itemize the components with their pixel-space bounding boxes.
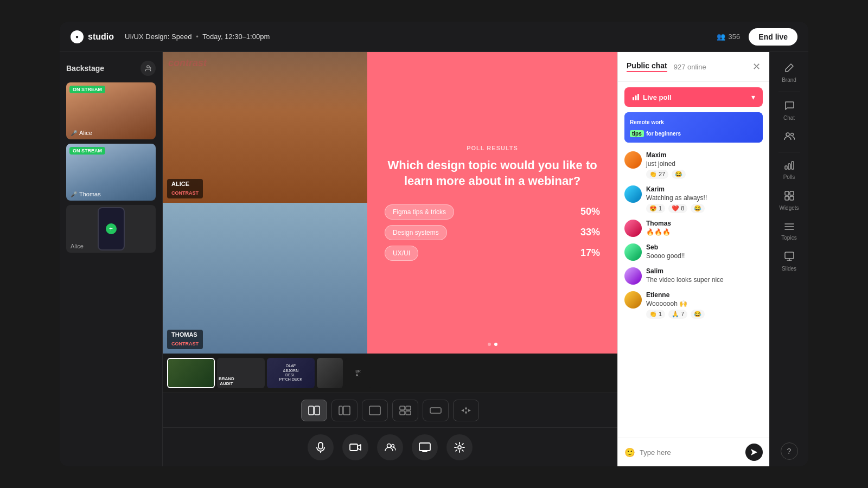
reaction-clap-etienne[interactable]: 👏 1 xyxy=(646,310,665,319)
send-button[interactable] xyxy=(745,444,763,461)
chat-message-seb: Seb Soooo good!! xyxy=(624,243,763,261)
nav-item-topics[interactable]: Topics xyxy=(774,217,805,245)
svg-point-26 xyxy=(790,133,793,136)
reaction-laugh-etienne[interactable]: 😂 xyxy=(691,310,705,319)
live-poll-label: Live poll xyxy=(632,93,672,101)
svg-rect-27 xyxy=(785,166,787,169)
svg-rect-11 xyxy=(406,411,411,415)
poll-chevron-icon: ▾ xyxy=(751,93,755,101)
viewers-icon: 👥 xyxy=(717,33,725,41)
mic-button[interactable] xyxy=(308,434,334,460)
thumb-1[interactable] xyxy=(167,358,215,388)
layout-single-button[interactable] xyxy=(362,400,388,421)
reaction-laugh-karim[interactable]: 😂 xyxy=(691,204,705,213)
stage-thumbnails: BRANDAUDIT OLAF&BJÖRNDESI..PITCH DECK BR… xyxy=(163,354,617,393)
thomas-sub: CONTRAST xyxy=(171,341,199,346)
slides-icon xyxy=(784,252,794,264)
right-icon-nav: Brand Chat xyxy=(769,52,808,466)
svg-rect-18 xyxy=(419,443,430,451)
edit-icon xyxy=(784,63,794,75)
layout-split-button[interactable] xyxy=(301,400,327,421)
logo-icon xyxy=(71,30,84,43)
poll-options: Figma tips & tricks 50% Design systems 3… xyxy=(385,204,600,261)
app-window: studio UI/UX Design: Speed • Today, 12:3… xyxy=(60,22,808,466)
nav-item-polls[interactable]: Polls xyxy=(774,157,805,184)
nav-label-slides: Slides xyxy=(782,266,796,272)
svg-rect-24 xyxy=(637,94,639,100)
reaction-laugh-maxim[interactable]: 😂 xyxy=(672,170,686,179)
layout-grid-button[interactable] xyxy=(392,400,418,421)
speaker-card-thomas[interactable]: On stream 🎤 Thomas xyxy=(66,144,156,201)
widgets-icon xyxy=(784,191,794,203)
add-person-button[interactable] xyxy=(141,61,156,76)
avatar-thomas xyxy=(624,220,642,237)
msg-text-etienne: Wooooooh 🙌 xyxy=(646,300,763,307)
nav-item-widgets[interactable]: Widgets xyxy=(774,187,805,215)
backstage-title: Backstage xyxy=(66,64,104,73)
chat-header: Public chat 927 online ✕ xyxy=(618,52,769,82)
svg-rect-10 xyxy=(400,411,405,415)
layout-side-button[interactable] xyxy=(331,400,358,421)
thumb-4[interactable] xyxy=(317,358,343,388)
chat-tab-public[interactable]: Public chat xyxy=(627,61,667,72)
on-stream-badge-thomas: On stream xyxy=(69,147,105,155)
nav-item-chat[interactable]: Chat xyxy=(774,97,805,125)
bottom-controls xyxy=(163,427,617,466)
logo: studio xyxy=(71,30,114,43)
poll-pct-1: 50% xyxy=(580,206,600,217)
svg-rect-5 xyxy=(339,406,342,415)
video-cell-thomas: THOMAS CONTRAST xyxy=(163,203,367,354)
reaction-heart-karim[interactable]: ❤️ 8 xyxy=(668,204,687,213)
msg-name-salim: Salim xyxy=(646,267,763,275)
chat-message-etienne: Etienne Wooooooh 🙌 👏 1 🙏 7 😂 xyxy=(624,291,763,319)
chat-online-count: 927 online xyxy=(674,63,706,71)
screen-share-button[interactable] xyxy=(412,434,438,460)
viewers-number: 356 xyxy=(729,33,741,41)
svg-rect-7 xyxy=(369,406,380,415)
alice-sub: CONTRAST xyxy=(171,190,199,196)
nav-item-audience[interactable] xyxy=(774,127,805,147)
chat-input[interactable] xyxy=(640,448,741,457)
thumb-2[interactable]: BRANDAUDIT xyxy=(217,358,265,388)
chat-close-button[interactable]: ✕ xyxy=(752,61,761,73)
msg-reactions-etienne: 👏 1 🙏 7 😂 xyxy=(646,310,763,319)
avatar-etienne xyxy=(624,291,642,309)
chat-message-thomas: Thomas 🔥🔥🔥 xyxy=(624,220,763,237)
speaker-card-screen[interactable]: + Alice xyxy=(66,205,156,253)
audience-button[interactable] xyxy=(377,434,403,460)
layout-auto-button[interactable] xyxy=(453,400,479,421)
svg-rect-29 xyxy=(792,162,794,169)
stage-video: contrast ALICE CONTRAST xyxy=(163,52,617,354)
reaction-pray-etienne[interactable]: 🙏 7 xyxy=(668,310,687,319)
msg-text-karim: Watching as always!! xyxy=(646,194,763,202)
nav-item-brand[interactable]: Brand xyxy=(774,59,805,87)
camera-button[interactable] xyxy=(342,434,368,460)
reaction-love-karim[interactable]: 😍 1 xyxy=(646,204,665,213)
session-time: Today, 12:30–1:00pm xyxy=(202,33,270,41)
speaker-card-alice[interactable]: On stream 🎤 Alice xyxy=(66,82,156,139)
emoji-icon: 🙂 xyxy=(624,447,635,458)
svg-rect-6 xyxy=(343,406,350,415)
help-button[interactable]: ? xyxy=(781,442,798,460)
poll-option-text-2: Design systems xyxy=(385,225,447,240)
layout-full-button[interactable] xyxy=(423,400,449,421)
msg-name-seb: Seb xyxy=(646,243,763,251)
nav-item-slides[interactable]: Slides xyxy=(774,247,805,276)
settings-button[interactable] xyxy=(446,434,473,460)
thumb-5[interactable]: BRA.. xyxy=(345,358,371,388)
svg-rect-9 xyxy=(406,406,411,410)
video-cell-alice: contrast ALICE CONTRAST xyxy=(163,52,367,203)
center-stage: contrast ALICE CONTRAST xyxy=(163,52,617,466)
main-content: Backstage On stream 🎤 xyxy=(60,52,808,466)
chat-message-maxim: Maxim just joined 👏 27 😂 xyxy=(624,151,763,179)
svg-rect-33 xyxy=(790,196,794,200)
session-title: UI/UX Design: Speed xyxy=(125,33,192,41)
live-poll-bar[interactable]: Live poll ▾ xyxy=(624,87,763,107)
thumb-3[interactable]: OLAF&BJÖRNDESI..PITCH DECK xyxy=(267,358,315,388)
topics-icon xyxy=(784,222,794,233)
end-live-button[interactable]: End live xyxy=(749,28,797,46)
nav-label-polls: Polls xyxy=(783,174,795,180)
reaction-clap-maxim[interactable]: 👏 27 xyxy=(646,170,668,179)
avatar-salim xyxy=(624,267,642,285)
topbar: studio UI/UX Design: Speed • Today, 12:3… xyxy=(60,22,808,52)
